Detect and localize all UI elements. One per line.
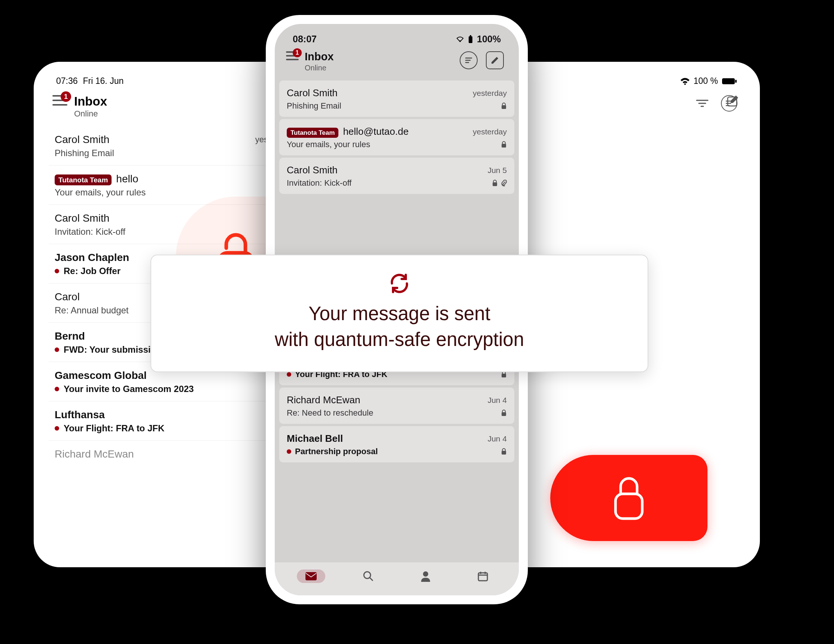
unread-dot-icon (287, 372, 291, 377)
team-chip: Tutanota Team (55, 175, 112, 185)
mail-icon (297, 570, 325, 583)
nav-mail[interactable] (300, 568, 322, 585)
connection-status: Online (305, 64, 333, 72)
svg-point-25 (364, 572, 370, 578)
subject: Re: Job Offer (64, 266, 121, 276)
svg-rect-22 (502, 412, 506, 416)
phone-battery-text: 100% (477, 34, 501, 45)
svg-rect-10 (616, 494, 642, 519)
subject: Your emails, your rules (287, 140, 370, 149)
sender: Carol Smith (55, 212, 109, 224)
wifi-icon (456, 36, 464, 43)
nav-contacts[interactable] (414, 568, 437, 585)
battery-icon (468, 35, 473, 44)
sort-button[interactable] (460, 51, 478, 69)
folder-title: Inbox (305, 51, 333, 62)
person-icon (420, 571, 431, 582)
svg-rect-12 (469, 36, 472, 43)
sender: Michael Bell (287, 433, 343, 445)
lock-icon (501, 103, 507, 109)
banner-line2: with quantum-safe encryption (170, 327, 629, 353)
unread-dot-icon (55, 387, 59, 391)
team-chip: Tutanota Team (287, 128, 338, 138)
subject: Phishing Email (55, 148, 114, 159)
svg-rect-28 (478, 573, 487, 581)
compose-button[interactable] (486, 51, 504, 69)
svg-rect-21 (502, 374, 506, 377)
subject: Your Flight: FRA to JFK (64, 423, 164, 434)
unread-dot-icon (55, 426, 59, 430)
list-item[interactable]: Carol Smithyesterday Phishing Email (279, 81, 514, 117)
compose-button[interactable] (725, 92, 741, 109)
svg-rect-13 (470, 35, 471, 36)
msg-date: Jun 4 (488, 434, 507, 443)
sender: Carol Smith (55, 134, 109, 146)
svg-rect-18 (502, 144, 506, 147)
battery-icon (722, 78, 737, 85)
list-item[interactable]: Michael BellJun 4 Partnership proposal (279, 426, 514, 463)
lock-icon (501, 141, 507, 148)
filter-button[interactable] (694, 95, 711, 112)
subject: Partnership proposal (295, 447, 378, 456)
msg-date: yesterday (473, 127, 507, 136)
wifi-icon (680, 78, 690, 85)
menu-button[interactable]: 1 (286, 51, 299, 60)
sender: Carol Smith (287, 164, 338, 176)
subject: Invitation: Kick-off (55, 227, 125, 237)
list-item[interactable]: Richard McEwan3 Ju (48, 441, 288, 467)
msg-date: Jun 5 (488, 166, 507, 175)
list-item[interactable]: Tutanota Teamhello@tutao.deyesterday You… (279, 119, 514, 155)
list-item[interactable]: Richard McEwanJun 4 Re: Need to reschedu… (279, 388, 514, 424)
attachment-icon (501, 180, 507, 186)
subject: Re: Need to reschedule (287, 408, 373, 418)
phone-time: 08:07 (293, 34, 317, 45)
phone-status-bar: 08:07 100% (275, 24, 519, 47)
unread-dot-icon (55, 348, 59, 352)
sender: Bernd (55, 330, 85, 342)
subject: Re: Annual budget (55, 305, 129, 316)
sender: hello (116, 173, 138, 184)
svg-line-26 (370, 578, 373, 581)
phone-app-header: 1 Inbox Online (275, 47, 519, 81)
sender: Gamescom Global (55, 369, 147, 382)
encryption-banner: Your message is sent with quantum-safe e… (150, 255, 648, 372)
unread-badge: 1 (293, 48, 302, 57)
sender: Richard McEwan (287, 394, 360, 406)
tablet-battery-text: 100 % (693, 76, 718, 86)
sender: Carol Smith (287, 87, 338, 99)
sender: Lufthansa (55, 409, 105, 421)
svg-rect-1 (735, 80, 737, 83)
subject: Invitation: Kick-off (287, 178, 351, 188)
unread-dot-icon (287, 449, 291, 454)
nav-calendar[interactable] (472, 568, 494, 585)
sync-icon (386, 270, 412, 296)
nav-search[interactable] (357, 568, 380, 585)
svg-rect-24 (305, 572, 317, 580)
sender: hello@tutao.de (343, 126, 408, 137)
list-item[interactable]: Carol SmithJun 5 Invitation: Kick-off (279, 158, 514, 194)
svg-point-27 (423, 571, 428, 577)
list-item[interactable]: Carol Smithyesterd Phishing Email (48, 126, 288, 165)
lock-icon (501, 409, 507, 416)
svg-point-11 (459, 40, 461, 42)
msg-date: Jun 4 (488, 396, 507, 405)
list-item[interactable]: Lufthansa4 Ju Your Flight: FRA to JFK (48, 401, 288, 441)
svg-rect-17 (502, 105, 506, 109)
unread-badge: 1 (61, 91, 71, 102)
subject: Your emails, your rules (55, 187, 145, 198)
subject: Your invite to Gamescom 2023 (64, 384, 194, 394)
lock-icon (501, 448, 507, 455)
lock-icon (501, 371, 507, 378)
calendar-icon (477, 571, 488, 582)
unread-dot-icon (55, 269, 59, 273)
subject: Phishing Email (287, 101, 341, 111)
search-icon (363, 571, 374, 582)
folder-title: Inbox (74, 95, 107, 107)
svg-rect-23 (502, 451, 506, 455)
bottom-nav (275, 562, 519, 595)
svg-rect-0 (722, 78, 735, 84)
menu-button[interactable]: 1 (52, 95, 67, 105)
closed-lock-decoration (550, 455, 708, 541)
banner-line1: Your message is sent (170, 301, 629, 327)
lock-icon (492, 180, 498, 186)
